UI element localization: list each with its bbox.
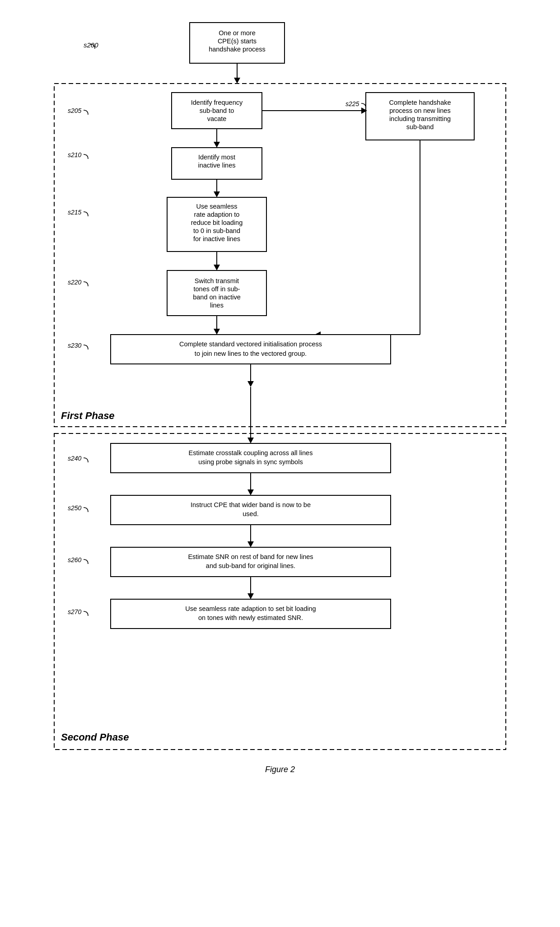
- svg-text:lines: lines: [210, 302, 224, 309]
- svg-text:rate adaption to: rate adaption to: [194, 211, 240, 218]
- svg-text:and sub-band for original line: and sub-band for original lines.: [206, 562, 295, 569]
- svg-text:including transmitting: including transmitting: [389, 115, 451, 122]
- svg-text:Estimate SNR on rest of band f: Estimate SNR on rest of band for new lin…: [188, 553, 313, 560]
- second-phase-box: [54, 433, 506, 750]
- s230-label: s230: [68, 342, 82, 349]
- svg-text:process on new lines: process on new lines: [389, 107, 450, 114]
- svg-marker-4: [234, 78, 240, 84]
- svg-text:to join new lines to the vecto: to join new lines to the vectored group.: [195, 350, 307, 357]
- svg-text:band on inactive: band on inactive: [193, 293, 241, 301]
- figure-caption: Figure 2: [265, 765, 295, 774]
- svg-text:used.: used.: [243, 510, 258, 517]
- svg-text:tones off in sub-: tones off in sub-: [194, 285, 240, 293]
- svg-text:Switch transmit: Switch transmit: [195, 277, 239, 284]
- svg-text:handshake process: handshake process: [209, 46, 266, 53]
- svg-text:Complete handshake: Complete handshake: [389, 99, 451, 106]
- svg-text:Complete standard vectored ini: Complete standard vectored initialisatio…: [179, 340, 322, 348]
- svg-text:Identify most: Identify most: [198, 154, 235, 161]
- s205-label: s205: [68, 107, 82, 114]
- svg-text:Estimate crosstalk coupling ac: Estimate crosstalk coupling across all l…: [189, 449, 313, 457]
- svg-text:vacate: vacate: [207, 115, 227, 122]
- second-phase-label: Second Phase: [61, 731, 129, 743]
- svg-text:reduce bit loading: reduce bit loading: [191, 219, 243, 226]
- svg-text:Instruct CPE that wider band i: Instruct CPE that wider band is now to b…: [191, 501, 311, 508]
- s215-label: s215: [68, 209, 82, 216]
- svg-text:sub-band: sub-band: [406, 123, 434, 130]
- svg-text:on tones with newly estimated : on tones with newly estimated SNR.: [198, 614, 303, 621]
- svg-text:to 0 in sub-band: to 0 in sub-band: [193, 227, 240, 234]
- s250-label: s250: [68, 504, 82, 512]
- s200-label: s200: [84, 41, 98, 49]
- svg-text:Identify frequency: Identify frequency: [191, 99, 243, 106]
- svg-text:using probe signals in sync sy: using probe signals in sync symbols: [198, 458, 303, 466]
- svg-text:Use seamless: Use seamless: [196, 203, 237, 210]
- s230-box: [111, 335, 391, 364]
- s210-label: s210: [68, 151, 82, 158]
- svg-text:One or more: One or more: [219, 29, 255, 37]
- svg-text:inactive lines: inactive lines: [198, 162, 235, 169]
- diagram-container: s200 One or more CPE(s) starts handshake…: [32, 14, 528, 918]
- s225-label: s225: [345, 100, 359, 107]
- svg-text:CPE(s) starts: CPE(s) starts: [218, 37, 257, 45]
- s260-label: s260: [68, 556, 82, 564]
- s220-label: s220: [68, 279, 82, 286]
- svg-text:for inactive lines: for inactive lines: [193, 235, 240, 242]
- svg-text:Use seamless rate adaption to : Use seamless rate adaption to set bit lo…: [185, 605, 316, 612]
- s270-label: s270: [68, 608, 82, 615]
- s240-label: s240: [68, 455, 82, 462]
- svg-text:sub-band to: sub-band to: [200, 107, 234, 114]
- first-phase-label: First Phase: [61, 410, 115, 421]
